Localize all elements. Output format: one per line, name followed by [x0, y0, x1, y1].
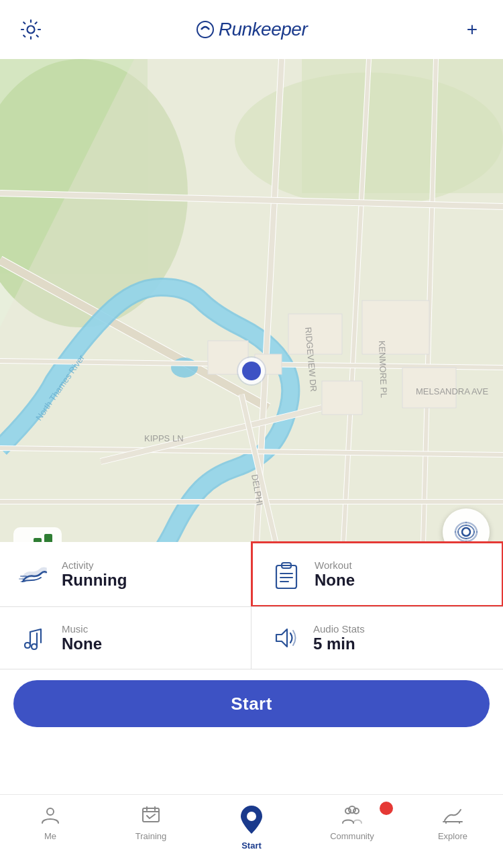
svg-rect-35 — [322, 381, 362, 415]
workout-option[interactable]: Workout None — [251, 541, 503, 607]
svg-point-46 — [462, 528, 470, 536]
music-text: Music None — [62, 623, 102, 653]
audio-stats-text: Audio Stats 5 min — [313, 623, 365, 653]
explore-icon — [441, 803, 465, 827]
start-button[interactable]: Start — [13, 680, 490, 727]
bottom-panel: Activity Running Workout None — [0, 542, 503, 738]
community-icon — [340, 803, 364, 827]
start-nav-icon — [235, 803, 268, 836]
nav-me[interactable]: Me — [0, 803, 101, 841]
logo-text: Runkeeper — [219, 19, 307, 40]
svg-text:MELSANDRA AVE: MELSANDRA AVE — [416, 386, 488, 396]
options-grid: Activity Running Workout None — [0, 542, 503, 669]
nav-start[interactable]: Start — [201, 803, 302, 851]
app-header: Runkeeper + — [0, 0, 503, 59]
training-icon — [139, 803, 163, 827]
map-view[interactable]: RIDGEVIEW DR KENMORE PL MELSANDRA AVE KI… — [0, 59, 503, 569]
svg-point-1 — [197, 21, 213, 38]
music-icon — [16, 620, 51, 655]
svg-point-0 — [27, 26, 35, 34]
app-logo: Runkeeper — [196, 19, 307, 40]
music-option[interactable]: Music None — [0, 606, 252, 669]
svg-point-55 — [47, 808, 54, 815]
bottom-navigation: Me Training Start — [0, 794, 503, 868]
settings-button[interactable] — [16, 15, 46, 44]
svg-point-45 — [242, 362, 261, 380]
activity-option[interactable]: Activity Running — [0, 542, 252, 606]
audio-stats-option[interactable]: Audio Stats 5 min — [252, 606, 503, 669]
activity-icon — [16, 557, 51, 592]
svg-text:KIPPS LN: KIPPS LN — [144, 433, 184, 443]
nav-community[interactable]: Community — [302, 803, 402, 841]
notification-badge — [380, 802, 393, 815]
svg-rect-33 — [362, 301, 429, 354]
activity-text: Activity Running — [62, 559, 127, 590]
nav-explore[interactable]: Explore — [402, 803, 503, 841]
add-button[interactable]: + — [457, 15, 487, 44]
nav-training[interactable]: Training — [101, 803, 201, 841]
me-icon — [38, 803, 62, 827]
workout-text: Workout None — [315, 559, 355, 590]
workout-icon — [269, 557, 304, 592]
svg-rect-56 — [143, 808, 159, 822]
audio-stats-icon — [268, 620, 302, 655]
svg-text:KENMORE PL: KENMORE PL — [377, 341, 389, 398]
svg-point-57 — [247, 812, 256, 821]
